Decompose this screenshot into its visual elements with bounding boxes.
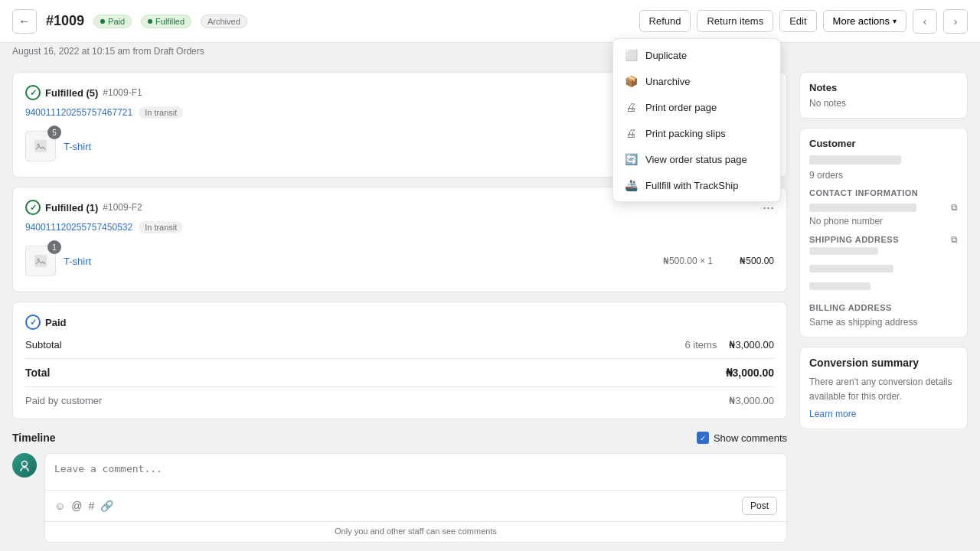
top-bar-actions: Refund Return items Edit More actions ▾ … <box>639 9 968 34</box>
print-slips-icon: 🖨 <box>624 127 638 139</box>
copy-email-button[interactable]: ⧉ <box>951 202 958 213</box>
show-comments-checkbox[interactable]: ✓ <box>697 432 709 444</box>
svg-rect-0 <box>34 140 47 152</box>
copy-address-button[interactable]: ⧉ <box>951 234 958 245</box>
refund-button[interactable]: Refund <box>639 10 691 32</box>
page-wrapper: ← #1009 Paid Fulfilled Archived Refund R… <box>0 0 980 551</box>
item-total-2: ₦500.00 <box>720 256 774 266</box>
notes-title: Notes <box>809 82 958 93</box>
paid-label: Paid <box>108 17 125 26</box>
dropdown-item-duplicate[interactable]: ⬜ Duplicate <box>613 42 780 68</box>
tracking-link-2[interactable]: 940011120255757450532 <box>25 222 132 233</box>
edit-button[interactable]: Edit <box>779 10 816 32</box>
paid-dot <box>100 19 105 24</box>
back-icon: ← <box>18 15 31 28</box>
show-comments-toggle[interactable]: ✓ Show comments <box>697 432 787 444</box>
back-button[interactable]: ← <box>12 9 37 34</box>
user-avatar <box>12 453 37 478</box>
view-status-label: View order status page <box>645 154 747 165</box>
learn-more-link[interactable]: Learn more <box>809 409 856 419</box>
print-order-icon: 🖨 <box>624 101 638 113</box>
transit-badge-1: In transit <box>139 106 183 119</box>
main-content: ✓ Fulfilled (5) #1009-F1 ··· 94001112025… <box>0 60 980 551</box>
fulfillment-2-tracking: 940011120255757450532 In transit <box>25 221 774 233</box>
tracking-link-1[interactable]: 940011120255757467721 <box>25 107 132 118</box>
transit-badge-2: In transit <box>139 221 183 233</box>
print-order-label: Print order page <box>645 102 717 113</box>
unarchive-icon: 📦 <box>624 75 638 87</box>
emoji-icon[interactable]: ☺ <box>54 500 65 512</box>
customer-card-title: Customer <box>809 138 958 149</box>
payment-divider-2 <box>25 386 774 387</box>
dropdown-item-unarchive[interactable]: 📦 Unarchive <box>613 68 780 94</box>
total-label: Total <box>25 367 50 379</box>
fulfilled-check-icon-1: ✓ <box>25 85 41 100</box>
duplicate-icon: ⬜ <box>624 49 638 61</box>
fulfillment-card-2: ✓ Fulfilled (1) #1009-F2 ··· 94001112025… <box>12 187 787 292</box>
comment-wrapper: ☺ @ # 🔗 Post Only you and other staff ca… <box>12 453 787 543</box>
print-slips-label: Print packing slips <box>645 128 726 139</box>
payment-title: Paid <box>45 317 66 328</box>
contact-section-title: CONTACT INFORMATION <box>809 188 958 197</box>
customer-email-blurred <box>809 204 916 212</box>
billing-section-title: BILLING ADDRESS <box>809 303 958 312</box>
post-button[interactable]: Post <box>742 497 777 515</box>
svg-rect-2 <box>34 255 47 267</box>
subtotal-row: Subtotal 6 items ₦3,000.00 <box>25 339 774 350</box>
mention-icon[interactable]: @ <box>71 500 82 512</box>
conversion-text: There aren't any conversion details avai… <box>809 375 958 404</box>
fulfillment-2-label: Fulfilled (1) <box>45 202 98 214</box>
shipping-address-header: SHIPPING ADDRESS ⧉ <box>809 234 958 245</box>
dropdown-item-trackship[interactable]: 🚢 Fullfill with TrackShip <box>613 172 780 198</box>
prev-order-button[interactable]: ‹ <box>913 9 937 34</box>
more-actions-button[interactable]: More actions ▾ <box>823 10 906 32</box>
fulfillment-2-code: #1009-F2 <box>103 202 142 213</box>
payment-card: ✓ Paid Subtotal 6 items ₦3,000.00 Total … <box>12 302 787 419</box>
trackship-label: Fullfill with TrackShip <box>645 180 738 191</box>
conversion-order-word: order <box>878 391 899 402</box>
item-thumbnail-1: 5 <box>25 131 56 161</box>
view-status-icon: 🔄 <box>624 153 638 165</box>
customer-name-blurred <box>809 155 901 165</box>
unarchive-label: Unarchive <box>645 76 691 87</box>
badge-fulfilled: Fulfilled <box>141 15 191 28</box>
attachment-icon[interactable]: 🔗 <box>100 500 113 512</box>
dropdown-item-print-order[interactable]: 🖨 Print order page <box>613 94 780 120</box>
hashtag-icon[interactable]: # <box>89 500 95 512</box>
badge-paid: Paid <box>93 15 132 28</box>
total-amount: ₦3,000.00 <box>726 367 775 379</box>
item-qty-badge-2: 1 <box>47 240 61 254</box>
more-actions-label: More actions <box>833 15 890 27</box>
item-price-2: ₦500.00 × 1 <box>663 256 713 266</box>
conversion-card: Conversion summary There aren't any conv… <box>799 347 968 429</box>
svg-point-1 <box>38 144 40 146</box>
comment-note: Only you and other staff can see comment… <box>45 521 786 542</box>
fulfilled-dot <box>148 19 152 24</box>
shipping-section-title: SHIPPING ADDRESS <box>809 235 899 244</box>
customer-orders-count[interactable]: 9 orders <box>809 170 958 181</box>
paid-check-icon: ✓ <box>25 315 41 330</box>
paid-by-row: Paid by customer ₦3,000.00 <box>25 395 774 406</box>
comment-input[interactable] <box>45 454 786 487</box>
svg-point-3 <box>38 259 40 261</box>
timeline-header: Timeline ✓ Show comments <box>12 432 787 444</box>
dropdown-item-print-slips[interactable]: 🖨 Print packing slips <box>613 120 780 146</box>
chevron-right-icon: › <box>954 15 958 28</box>
item-name-link-2[interactable]: T-shirt <box>64 256 655 267</box>
addr-line-3 <box>809 282 871 290</box>
comment-area: ☺ @ # 🔗 Post Only you and other staff ca… <box>44 453 787 543</box>
fulfillment-2-menu-button[interactable]: ··· <box>763 201 774 214</box>
timeline-title: Timeline <box>12 432 56 444</box>
svg-point-4 <box>22 461 28 467</box>
dropdown-item-view-status[interactable]: 🔄 View order status page <box>613 146 780 172</box>
paid-by-label: Paid by customer <box>25 395 102 406</box>
fulfillment-1-code: #1009-F1 <box>103 87 142 98</box>
archived-label: Archived <box>207 17 240 26</box>
more-actions-dropdown: ⬜ Duplicate 📦 Unarchive 🖨 Print order pa… <box>612 38 781 202</box>
subtotal-amount: ₦3,000.00 <box>729 339 774 350</box>
billing-same-as: Same as shipping address <box>809 317 958 328</box>
next-order-button[interactable]: › <box>943 9 968 34</box>
return-items-button[interactable]: Return items <box>697 10 773 32</box>
item-thumbnail-2: 1 <box>25 246 56 276</box>
item-name-link-1[interactable]: T-shirt <box>64 141 655 152</box>
